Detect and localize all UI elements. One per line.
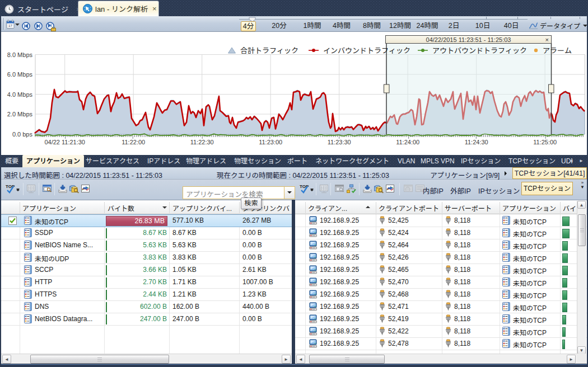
svg-text:04/22 11:21:30: 04/22 11:21:30 <box>44 139 85 145</box>
svg-text:11:22:30: 11:22:30 <box>190 139 214 145</box>
svg-text:2 3 3: 2 3 3 <box>321 188 327 191</box>
svg-text:11:22:00: 11:22:00 <box>122 139 145 145</box>
svg-text:11:24:30: 11:24:30 <box>465 139 488 145</box>
svg-text:2.0 Mbps: 2.0 Mbps <box>7 111 33 117</box>
svg-text:6.0 Mbps: 6.0 Mbps <box>7 71 33 78</box>
svg-text:4.0 Mbps: 4.0 Mbps <box>7 91 33 98</box>
svg-text:11:23:30: 11:23:30 <box>328 139 351 145</box>
svg-text:11:25:00: 11:25:00 <box>533 139 557 145</box>
svg-text:11:24:00: 11:24:00 <box>396 139 419 145</box>
svg-text:0.0 bps: 0.0 bps <box>12 131 33 138</box>
svg-text:11:23:00: 11:23:00 <box>259 139 282 145</box>
svg-text:17: 17 <box>8 23 12 27</box>
svg-text:2 3 3: 2 3 3 <box>28 188 34 191</box>
